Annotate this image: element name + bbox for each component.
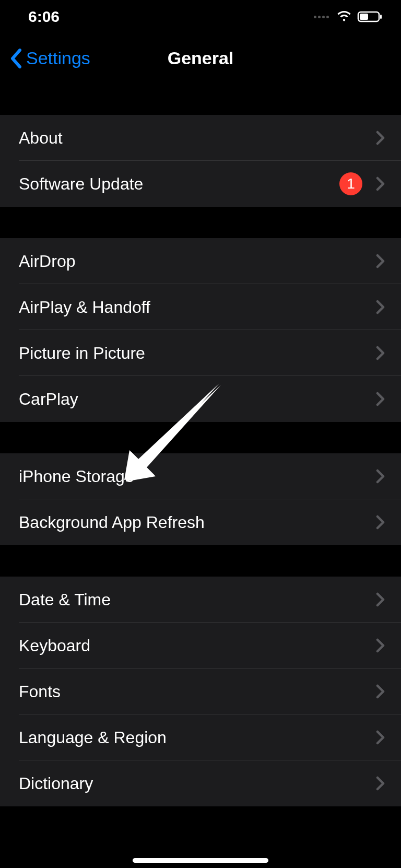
- back-button[interactable]: Settings: [0, 48, 90, 68]
- settings-row-carplay[interactable]: CarPlay: [0, 376, 401, 422]
- chevron-right-icon: [376, 131, 385, 145]
- list-group: AboutSoftware Update1: [0, 115, 401, 207]
- settings-row-keyboard[interactable]: Keyboard: [0, 623, 401, 668]
- row-label: AirPlay & Handoff: [19, 298, 376, 317]
- row-label: About: [19, 128, 376, 148]
- group-spacer: [0, 422, 401, 453]
- chevron-right-icon: [376, 254, 385, 268]
- group-spacer: [0, 84, 401, 115]
- chevron-right-icon: [376, 684, 385, 699]
- settings-row-language-region[interactable]: Language & Region: [0, 714, 401, 760]
- chevron-right-icon: [376, 346, 385, 360]
- settings-row-date-time[interactable]: Date & Time: [0, 577, 401, 623]
- home-indicator[interactable]: [133, 858, 268, 863]
- navigation-bar: Settings General: [0, 33, 401, 84]
- chevron-right-icon: [376, 300, 385, 314]
- list-group: iPhone StorageBackground App Refresh: [0, 453, 401, 545]
- row-label: Software Update: [19, 174, 339, 194]
- settings-row-about[interactable]: About: [0, 115, 401, 161]
- settings-row-iphone-storage[interactable]: iPhone Storage: [0, 453, 401, 499]
- row-label: Date & Time: [19, 590, 376, 609]
- wifi-icon: [336, 10, 352, 23]
- status-indicators: [314, 10, 382, 23]
- chevron-right-icon: [376, 592, 385, 607]
- chevron-left-icon: [9, 49, 23, 68]
- svg-rect-2: [380, 15, 382, 19]
- row-label: CarPlay: [19, 390, 376, 409]
- row-label: Background App Refresh: [19, 513, 376, 532]
- notification-badge: 1: [339, 172, 362, 195]
- settings-row-dictionary[interactable]: Dictionary: [0, 760, 401, 806]
- settings-row-background-app-refresh[interactable]: Background App Refresh: [0, 499, 401, 545]
- settings-row-airdrop[interactable]: AirDrop: [0, 238, 401, 284]
- group-spacer: [0, 545, 401, 577]
- settings-row-fonts[interactable]: Fonts: [0, 668, 401, 714]
- row-label: Language & Region: [19, 728, 376, 747]
- chevron-right-icon: [376, 638, 385, 653]
- list-group: Date & TimeKeyboardFontsLanguage & Regio…: [0, 577, 401, 806]
- settings-row-picture-in-picture[interactable]: Picture in Picture: [0, 330, 401, 376]
- svg-rect-1: [360, 14, 368, 20]
- chevron-right-icon: [376, 730, 385, 745]
- cellular-dots-icon: [314, 16, 329, 18]
- status-time: 6:06: [28, 8, 60, 26]
- back-label: Settings: [26, 48, 90, 68]
- row-label: Picture in Picture: [19, 344, 376, 363]
- row-label: iPhone Storage: [19, 467, 376, 486]
- chevron-right-icon: [376, 392, 385, 406]
- page-title: General: [168, 48, 234, 68]
- chevron-right-icon: [376, 515, 385, 530]
- row-label: Dictionary: [19, 774, 376, 793]
- row-label: Fonts: [19, 682, 376, 701]
- chevron-right-icon: [376, 776, 385, 791]
- battery-icon: [357, 10, 382, 23]
- group-spacer: [0, 207, 401, 238]
- list-group: AirDropAirPlay & HandoffPicture in Pictu…: [0, 238, 401, 422]
- chevron-right-icon: [376, 469, 385, 484]
- settings-row-airplay-handoff[interactable]: AirPlay & Handoff: [0, 284, 401, 330]
- row-label: Keyboard: [19, 636, 376, 655]
- row-label: AirDrop: [19, 252, 376, 271]
- status-bar: 6:06: [0, 0, 401, 33]
- settings-row-software-update[interactable]: Software Update1: [0, 161, 401, 207]
- chevron-right-icon: [376, 177, 385, 191]
